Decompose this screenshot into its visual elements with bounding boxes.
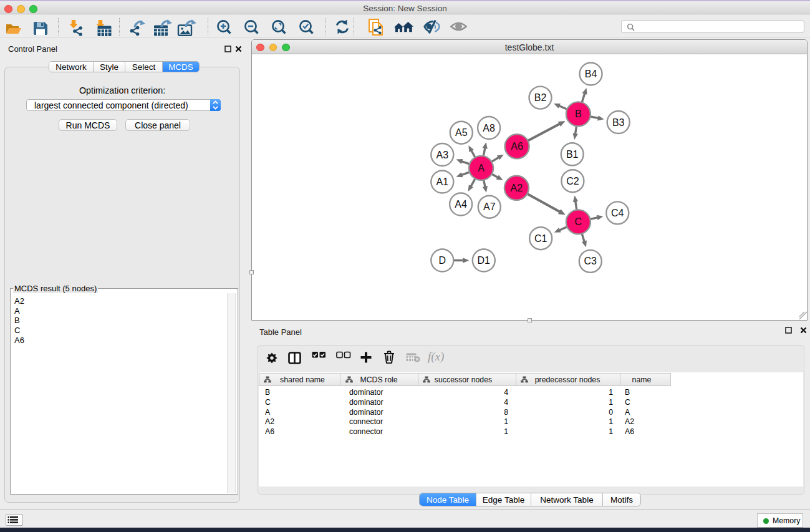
svg-text:A5: A5 <box>455 127 468 138</box>
svg-text:B4: B4 <box>585 69 597 79</box>
svg-text:A1: A1 <box>436 177 449 187</box>
svg-text:A6: A6 <box>511 141 523 152</box>
svg-text:C: C <box>575 216 582 227</box>
svg-text:A3: A3 <box>436 150 449 160</box>
svg-text:C4: C4 <box>611 208 624 218</box>
svg-text:B1: B1 <box>566 149 579 160</box>
svg-text:A4: A4 <box>455 199 467 210</box>
svg-text:A: A <box>478 163 485 173</box>
svg-text:A2: A2 <box>511 183 523 193</box>
svg-text:A8: A8 <box>483 123 495 133</box>
svg-text:C2: C2 <box>566 176 579 186</box>
svg-text:D: D <box>439 255 446 266</box>
svg-text:D1: D1 <box>478 255 491 266</box>
svg-text:C3: C3 <box>584 256 597 266</box>
svg-text:B2: B2 <box>534 92 547 103</box>
svg-text:A7: A7 <box>483 201 496 212</box>
svg-text:B3: B3 <box>612 117 625 128</box>
svg-text:B: B <box>575 109 582 119</box>
svg-text:C1: C1 <box>534 233 547 244</box>
